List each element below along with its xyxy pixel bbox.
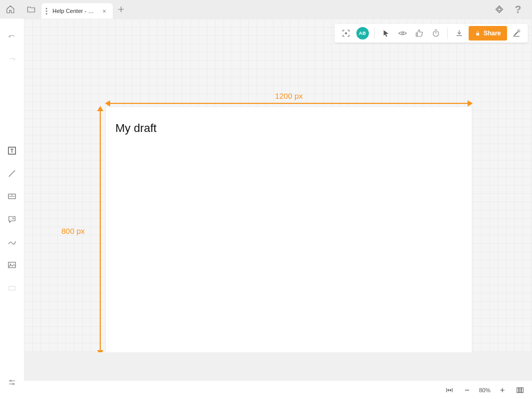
thumbs-icon — [415, 29, 424, 38]
home-button[interactable] — [0, 0, 21, 19]
left-tool-rail — [0, 19, 24, 399]
form-tool-button[interactable] — [0, 185, 24, 208]
lasso-tool-button[interactable] — [0, 276, 24, 299]
svg-rect-19 — [519, 388, 521, 392]
svg-rect-15 — [476, 33, 479, 35]
fit-width-icon — [445, 386, 454, 394]
draw-tool-icon — [7, 237, 17, 247]
settings-button[interactable] — [0, 371, 24, 394]
lasso-tool-icon — [7, 283, 17, 292]
help-icon: ? — [515, 4, 521, 16]
eye-icon — [398, 29, 407, 38]
settings-icon — [7, 378, 17, 387]
svg-point-12 — [345, 32, 347, 34]
new-tab-button[interactable] — [113, 0, 129, 19]
tab-drag-handle-icon — [46, 8, 48, 15]
document-tab[interactable]: Help Center - Size... × — [42, 3, 113, 19]
timer-icon — [431, 29, 441, 38]
form-tool-icon — [7, 192, 17, 201]
pages-overview-button[interactable] — [513, 383, 527, 397]
draw-tool-button[interactable] — [0, 231, 24, 254]
visibility-button[interactable] — [395, 26, 410, 41]
svg-rect-7 — [9, 286, 15, 290]
pages-icon — [516, 386, 524, 394]
focus-mode-button[interactable] — [339, 26, 353, 41]
avatar-badge[interactable]: AB — [355, 26, 370, 41]
svg-point-9 — [10, 380, 11, 382]
cursor-mode-button[interactable] — [379, 26, 393, 41]
timer-button[interactable] — [429, 26, 443, 41]
zoom-level[interactable]: 80% — [478, 387, 491, 393]
status-bar: 80% — [24, 380, 532, 399]
canvas-footer-band — [24, 352, 532, 380]
svg-point-11 — [12, 383, 14, 385]
zoom-in-button[interactable] — [496, 383, 509, 397]
home-icon — [6, 5, 15, 14]
zoom-out-button[interactable] — [460, 383, 474, 397]
reactions-button[interactable] — [412, 26, 427, 41]
svg-point-6 — [10, 263, 11, 264]
presentation-toolbar: AB Share — [335, 24, 528, 43]
folder-button[interactable] — [21, 0, 42, 19]
download-icon — [455, 29, 464, 38]
plus-icon — [498, 386, 507, 394]
redo-button[interactable] — [0, 49, 24, 72]
fit-width-button[interactable] — [443, 383, 456, 397]
help-button[interactable]: ? — [510, 0, 526, 19]
avatar-initials: AB — [359, 31, 366, 36]
plus-icon — [116, 5, 126, 14]
text-tool-icon — [7, 146, 17, 155]
pen-edit-button[interactable] — [509, 26, 524, 41]
diamond-icon — [495, 5, 504, 14]
height-dimension-label: 800 px — [61, 227, 85, 235]
focus-icon — [341, 29, 351, 38]
comment-tool-button[interactable] — [0, 208, 24, 231]
undo-button[interactable] — [0, 26, 24, 49]
artboard-title[interactable]: My draft — [115, 122, 156, 135]
line-tool-button[interactable] — [0, 162, 24, 185]
pen-edit-icon — [512, 29, 521, 38]
svg-point-13 — [402, 32, 404, 34]
comment-tool-icon — [7, 215, 17, 224]
undo-icon — [7, 33, 17, 42]
image-tool-icon — [7, 260, 17, 270]
line-tool-icon — [7, 169, 17, 178]
redo-icon — [7, 56, 17, 65]
lock-icon — [475, 31, 481, 36]
tab-close-button[interactable]: × — [101, 7, 108, 16]
artboard[interactable] — [106, 107, 472, 354]
text-tool-button[interactable] — [0, 139, 24, 162]
share-button[interactable]: Share — [469, 26, 507, 41]
user-avatar: AB — [356, 27, 369, 39]
share-label: Share — [484, 30, 501, 37]
svg-rect-18 — [517, 388, 518, 392]
whimsical-logo-button[interactable] — [491, 0, 507, 19]
tab-title: Help Center - Size... — [52, 8, 97, 14]
image-tool-button[interactable] — [0, 254, 24, 276]
svg-rect-20 — [522, 388, 523, 392]
width-dimension-label: 1200 px — [275, 91, 302, 100]
minus-icon — [463, 386, 471, 394]
folder-icon — [26, 5, 36, 14]
svg-point-4 — [12, 218, 14, 219]
download-button[interactable] — [452, 26, 467, 41]
cursor-icon — [381, 29, 391, 38]
canvas-area[interactable]: My draft 1200 px 800 px — [24, 19, 532, 380]
app-topbar: Help Center - Size... × ? — [0, 0, 532, 19]
